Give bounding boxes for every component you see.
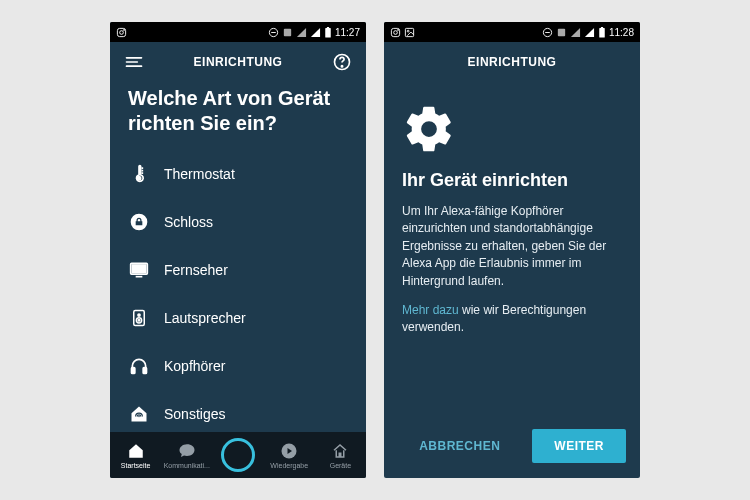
device-speaker[interactable]: Lautsprecher [128, 294, 348, 342]
heading: Ihr Gerät einrichten [402, 170, 622, 191]
device-tv[interactable]: Fernseher [128, 246, 348, 294]
thermometer-icon [128, 163, 150, 185]
status-bar: 11:27 [110, 22, 366, 42]
nav-label: Geräte [330, 462, 351, 469]
svg-rect-7 [327, 27, 329, 28]
device-lock[interactable]: Schloss [128, 198, 348, 246]
image-icon [404, 27, 415, 38]
page-title: EINRICHTUNG [420, 55, 604, 69]
heading: Welche Art von Gerät richten Sie ein? [128, 86, 348, 136]
other-icon [128, 403, 150, 425]
speaker-icon [128, 307, 150, 329]
svg-point-13 [137, 177, 140, 180]
device-list: Thermostat Schloss Fernseher Lautspreche… [128, 150, 348, 432]
device-other[interactable]: Sonstiges [128, 390, 348, 432]
battery-icon [324, 27, 332, 38]
body-text: Um Ihr Alexa-fähige Kopfhörer einzuricht… [402, 203, 622, 290]
signal-icon [570, 27, 581, 38]
headphones-icon [128, 355, 150, 377]
svg-rect-32 [405, 28, 413, 36]
instagram-icon [116, 27, 127, 38]
device-headphones[interactable]: Kopfhörer [128, 342, 348, 390]
svg-point-30 [394, 30, 398, 34]
battery-icon [598, 27, 606, 38]
tv-icon [128, 259, 150, 281]
svg-rect-6 [325, 28, 331, 37]
nav-communication[interactable]: Kommunikati... [161, 432, 212, 478]
nfc-icon [282, 27, 293, 38]
gear-icon [402, 102, 456, 156]
content-area: Welche Art von Gerät richten Sie ein? Th… [110, 82, 366, 432]
play-icon [279, 441, 299, 461]
svg-point-27 [138, 416, 139, 417]
signal-icon-2 [584, 27, 595, 38]
svg-point-33 [407, 30, 409, 32]
next-button[interactable]: WEITER [532, 429, 626, 463]
lock-icon [128, 211, 150, 233]
device-thermostat[interactable]: Thermostat [128, 150, 348, 198]
nav-home[interactable]: Startseite [110, 432, 161, 478]
svg-point-24 [138, 320, 140, 322]
menu-icon [124, 52, 144, 72]
device-label: Lautsprecher [164, 310, 246, 326]
device-label: Fernseher [164, 262, 228, 278]
signal-icon-2 [310, 27, 321, 38]
svg-point-12 [341, 66, 342, 67]
home-icon [126, 441, 146, 461]
dnd-icon [268, 27, 279, 38]
nfc-icon [556, 27, 567, 38]
svg-rect-38 [601, 27, 603, 28]
help-icon [332, 52, 352, 72]
svg-point-22 [138, 314, 140, 316]
status-time: 11:28 [609, 27, 634, 38]
svg-point-1 [120, 30, 124, 34]
device-label: Thermostat [164, 166, 235, 182]
svg-point-31 [398, 29, 399, 30]
alexa-icon [221, 438, 255, 472]
nav-label: Startseite [121, 462, 151, 469]
svg-rect-19 [132, 265, 145, 273]
nav-label: Wiedergabe [270, 462, 308, 469]
body-text-2: Mehr dazu wie wir Berechtigungen verwend… [402, 302, 622, 337]
cancel-button[interactable]: ABBRECHEN [397, 429, 522, 463]
signal-icon [296, 27, 307, 38]
nav-play[interactable]: Wiedergabe [264, 432, 315, 478]
svg-rect-5 [284, 28, 291, 35]
svg-rect-37 [599, 28, 605, 37]
page-title: EINRICHTUNG [146, 55, 330, 69]
devices-icon [330, 441, 350, 461]
device-label: Kopfhörer [164, 358, 225, 374]
status-bar: 11:28 [384, 22, 640, 42]
svg-rect-25 [132, 368, 135, 374]
nav-label: Kommunikati... [164, 462, 210, 469]
screen-device-setup: 11:28 EINRICHTUNG Ihr Gerät einrichten U… [384, 22, 640, 478]
content-area: Ihr Gerät einrichten Um Ihr Alexa-fähige… [384, 82, 640, 424]
svg-rect-26 [143, 368, 146, 374]
topbar: EINRICHTUNG [384, 42, 640, 82]
menu-button[interactable] [122, 50, 146, 74]
svg-rect-36 [558, 28, 565, 35]
bottom-nav: Startseite Kommunikati... Wiedergabe Ger… [110, 432, 366, 478]
help-button[interactable] [330, 50, 354, 74]
topbar: EINRICHTUNG [110, 42, 366, 82]
device-label: Schloss [164, 214, 213, 230]
footer-buttons: ABBRECHEN WEITER [384, 424, 640, 478]
learn-more-link[interactable]: Mehr dazu [402, 303, 459, 317]
nav-alexa[interactable] [212, 432, 263, 478]
svg-point-2 [124, 29, 125, 30]
chat-icon [177, 441, 197, 461]
nav-devices[interactable]: Geräte [315, 432, 366, 478]
instagram-icon [390, 27, 401, 38]
status-time: 11:27 [335, 27, 360, 38]
screen-device-type: 11:27 EINRICHTUNG Welche Art von Gerät r… [110, 22, 366, 478]
dnd-icon [542, 27, 553, 38]
device-label: Sonstiges [164, 406, 225, 422]
